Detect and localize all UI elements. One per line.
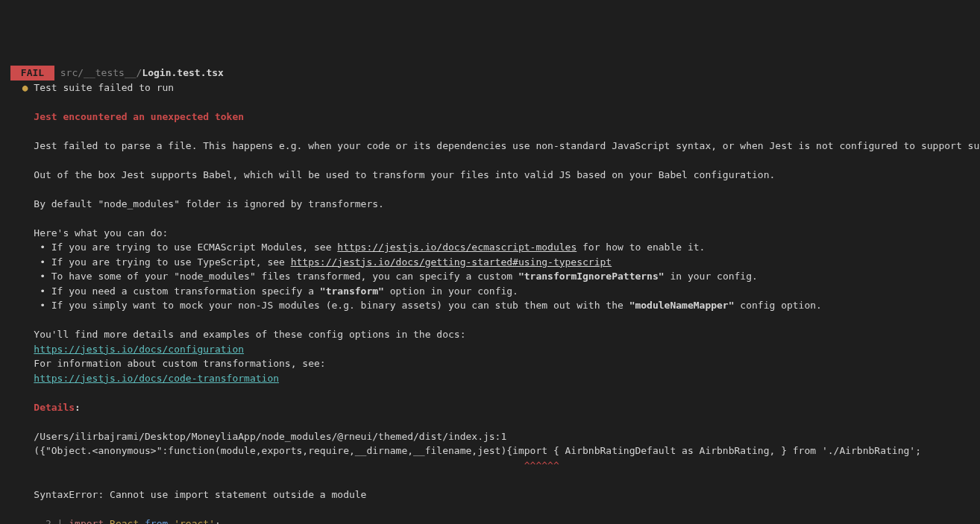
test-path-dir: src/__tests__/ <box>60 67 142 78</box>
str-react: 'react' <box>168 518 215 525</box>
details-heading: Details <box>34 402 75 413</box>
kw-from: from <box>139 518 168 525</box>
bullet-3-tail: in your config. <box>665 271 758 282</box>
docs-line-1: You'll find more details and examples of… <box>34 329 465 340</box>
ident-react: React <box>104 518 139 525</box>
bullet-4-tail: option in your config. <box>384 285 518 297</box>
details-file: /Users/ilirbajrami/Desktop/MoneyliaApp/n… <box>34 431 506 442</box>
error-heading: Jest encountered an unexpected token <box>34 111 244 122</box>
bullet-1: • If you are trying to use ECMAScript Mo… <box>34 242 337 253</box>
terminal-output: FAIL src/__tests__/Login.test.tsx ● Test… <box>10 66 970 524</box>
bullet-5: • If you simply want to mock your non-JS… <box>34 300 629 311</box>
para-2: Out of the box Jest supports Babel, whic… <box>34 169 775 180</box>
suite-failed-msg: Test suite failed to run <box>34 82 174 93</box>
bullet-4: • If you need a custom transformation sp… <box>34 285 320 297</box>
bullet-2: • If you are trying to use TypeScript, s… <box>34 256 290 268</box>
bold-module-mapper: "moduleNameMapper" <box>629 300 735 311</box>
para-3: By default "node_modules" folder is igno… <box>34 198 384 209</box>
bullet-icon: ● <box>22 82 28 93</box>
bullet-5-tail: config option. <box>735 300 822 311</box>
link-typescript[interactable]: https://jestjs.io/docs/getting-started#u… <box>291 256 612 268</box>
docs-line-2: For information about custom transformat… <box>34 358 325 369</box>
code-line-2-num: 2 | <box>10 518 63 525</box>
para-1: Jest failed to parse a file. This happen… <box>34 140 980 151</box>
bullet-1-tail: for how to enable it. <box>577 242 705 253</box>
link-ecmascript[interactable]: https://jestjs.io/docs/ecmascript-module… <box>337 242 577 253</box>
details-colon: : <box>75 402 81 413</box>
fail-badge: FAIL <box>10 66 54 81</box>
hint-intro: Here's what you can do: <box>34 227 168 239</box>
test-path-file: Login.test.tsx <box>142 67 224 78</box>
details-code: ({"Object.<anonymous>":function(module,e… <box>34 445 921 456</box>
link-configuration[interactable]: https://jestjs.io/docs/configuration <box>34 344 244 355</box>
syntax-error: SyntaxError: Cannot use import statement… <box>34 489 366 500</box>
kw-import: import <box>63 518 104 525</box>
link-code-transformation[interactable]: https://jestjs.io/docs/code-transformati… <box>34 373 279 384</box>
bold-transform-ignore: "transformIgnorePatterns" <box>518 271 665 282</box>
semi: ; <box>215 518 221 525</box>
bold-transform: "transform" <box>320 285 384 297</box>
details-caret: ^^^^^^ <box>34 460 559 471</box>
bullet-3: • To have some of your "node_modules" fi… <box>34 271 518 282</box>
